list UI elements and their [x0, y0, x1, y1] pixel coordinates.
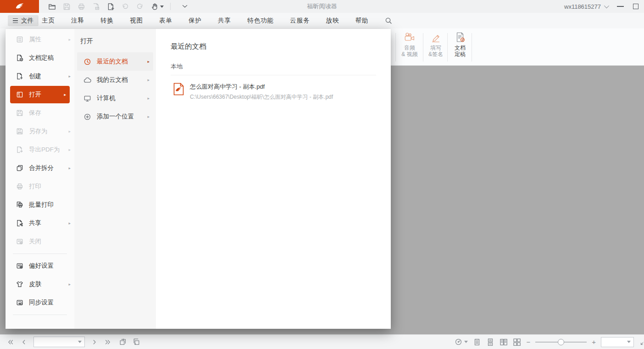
menu-item-merge-split[interactable]: 合并拆分▸ — [6, 159, 74, 177]
menu-divider — [13, 315, 67, 315]
menu-item-skin[interactable]: 皮肤▸ — [6, 275, 74, 293]
menubar-separator — [37, 17, 38, 24]
page-navigation — [0, 337, 140, 347]
tab-home[interactable]: 主页 — [42, 17, 55, 25]
open-item-computer[interactable]: 计算机▸ — [77, 89, 153, 107]
view-controls: − + — [455, 337, 644, 347]
hand-tool-button[interactable] — [150, 2, 164, 11]
zoom-level-combobox[interactable] — [601, 337, 634, 347]
search-icon[interactable] — [385, 17, 392, 24]
menu-item-doc-finalize[interactable]: 文档定稿 — [6, 49, 74, 67]
pdf-file-icon — [173, 83, 184, 96]
tab-form[interactable]: 表单 — [159, 17, 172, 25]
submenu-arrow-icon: ▸ — [147, 59, 150, 64]
ribbon-button-label: 音频 — [404, 45, 415, 51]
menu-item-print: 打印 — [6, 177, 74, 196]
tab-present[interactable]: 放映 — [326, 17, 339, 25]
ribbon-audio-video-button[interactable]: 音频 & 视频 — [397, 31, 422, 63]
ribbon-doc-finalize-button[interactable]: 文档 定稿 — [448, 31, 472, 63]
view-mode-button[interactable] — [455, 338, 468, 346]
hamburger-icon — [13, 18, 18, 23]
tab-comment[interactable]: 注释 — [71, 17, 84, 25]
submenu-arrow-icon: ▸ — [68, 37, 71, 42]
menu-item-properties: 属性▸ — [6, 30, 74, 49]
ribbon-fill-sign-button[interactable]: 填写 &签名 — [423, 31, 448, 63]
save-as-icon — [16, 128, 23, 135]
doc-finalize-icon — [16, 54, 23, 62]
open-item-recent[interactable]: 最近的文档▸ — [77, 52, 153, 71]
open-file-icon[interactable] — [48, 2, 56, 11]
tab-share[interactable]: 共享 — [218, 17, 231, 25]
zoom-slider[interactable] — [535, 339, 587, 345]
submenu-arrow-icon: ▸ — [68, 221, 71, 225]
audio-video-icon — [404, 31, 416, 43]
submenu-arrow-icon: ▸ — [68, 74, 71, 79]
submenu-arrow-icon: ▸ — [68, 166, 71, 170]
file-menu-panel: 属性▸ 文档定稿 创建▸ 打开▸ 保存 另存为▸ 导出PDF为▸ 合并拆分▸ — [6, 29, 391, 329]
tab-view[interactable]: 视图 — [130, 17, 143, 25]
open-item-cloud-docs[interactable]: 我的云文档▸ — [77, 71, 153, 89]
tab-cloud[interactable]: 云服务 — [290, 17, 310, 25]
tab-protect[interactable]: 保护 — [189, 17, 202, 25]
menu-item-preferences[interactable]: 偏好设置 — [6, 257, 74, 275]
open-item-add-place[interactable]: 添加一个位置▸ — [77, 107, 153, 126]
recent-document-item[interactable]: 怎么面对高中学习 - 副本.pdf C:\Users\66367\Desktop… — [171, 75, 376, 101]
save-icon — [62, 2, 71, 11]
submenu-arrow-icon: ▸ — [64, 92, 66, 97]
recent-panel-title: 最近的文档 — [171, 42, 376, 51]
menu-item-close: 关闭 — [6, 232, 74, 251]
facing-page-icon[interactable] — [500, 338, 508, 346]
submenu-arrow-icon: ▸ — [68, 147, 71, 152]
print-icon — [16, 183, 23, 190]
quick-access-toolbar — [48, 0, 189, 13]
menu-item-sync-settings[interactable]: 同步设置 — [6, 293, 74, 312]
foxit-logo[interactable] — [0, 0, 39, 13]
export-pdf-icon — [16, 146, 23, 153]
single-page-icon[interactable] — [473, 338, 481, 346]
facing-continuous-icon[interactable] — [513, 338, 521, 346]
next-view-icon[interactable] — [133, 338, 140, 346]
tab-convert[interactable]: 转换 — [100, 17, 114, 25]
zoom-in-icon[interactable]: + — [592, 339, 596, 345]
menu-item-open[interactable]: 打开▸ — [10, 86, 70, 103]
open-panel-header: 打开 — [74, 37, 156, 46]
next-page-icon[interactable] — [91, 338, 98, 346]
previous-view-icon[interactable] — [119, 338, 127, 346]
menu-item-export-pdf: 导出PDF为▸ — [6, 141, 74, 159]
recent-document-path: C:\Users\66367\Desktop\福昕\怎么面对高中学习 - 副本.… — [190, 93, 333, 101]
fullscreen-icon[interactable] — [640, 338, 644, 346]
ribbon-button-label: & 视频 — [401, 51, 417, 57]
customize-toolbar-icon[interactable] — [181, 2, 189, 11]
first-page-icon[interactable] — [7, 338, 14, 346]
tab-help[interactable]: 帮助 — [355, 17, 369, 25]
fill-sign-icon — [430, 31, 442, 43]
continuous-page-icon[interactable] — [486, 338, 494, 346]
recent-document-name: 怎么面对高中学习 - 副本.pdf — [190, 83, 333, 91]
page-number-combobox[interactable] — [33, 337, 85, 347]
menu-item-create[interactable]: 创建▸ — [6, 67, 74, 85]
foxit-bird-icon — [14, 1, 26, 11]
account-menu[interactable]: wx118615277 — [564, 3, 608, 10]
previous-page-icon[interactable] — [20, 338, 28, 346]
undo-icon — [121, 2, 129, 11]
print-icon — [77, 2, 85, 11]
maximize-button[interactable] — [633, 4, 638, 9]
menu-tabs: 主页 注释 转换 视图 表单 保护 共享 特色功能 云服务 放映 帮助 — [42, 13, 392, 28]
tab-features[interactable]: 特色功能 — [247, 17, 274, 25]
hand-tool-caret-icon — [160, 6, 164, 8]
new-document-icon[interactable] — [106, 2, 115, 11]
submenu-arrow-icon: ▸ — [147, 114, 150, 119]
file-menu-sidebar: 属性▸ 文档定稿 创建▸ 打开▸ 保存 另存为▸ 导出PDF为▸ 合并拆分▸ — [6, 29, 74, 329]
menu-item-share[interactable]: 共享▸ — [6, 214, 74, 232]
submenu-arrow-icon: ▸ — [147, 78, 150, 82]
zoom-slider-handle[interactable] — [558, 339, 564, 345]
menu-item-save: 保存 — [6, 104, 74, 122]
doc-finalize-icon — [454, 31, 466, 43]
minimize-button[interactable] — [617, 6, 624, 7]
file-menu-button[interactable]: 文件 — [8, 15, 39, 26]
zoom-out-icon[interactable]: − — [526, 339, 530, 345]
file-menu-label: 文件 — [21, 17, 33, 25]
recent-documents-panel: 最近的文档 本地 怎么面对高中学习 - 副本.pdf C:\Users\6636… — [156, 29, 391, 329]
last-page-icon[interactable] — [104, 338, 111, 346]
menu-item-batch-print[interactable]: 批量打印 — [6, 196, 74, 214]
